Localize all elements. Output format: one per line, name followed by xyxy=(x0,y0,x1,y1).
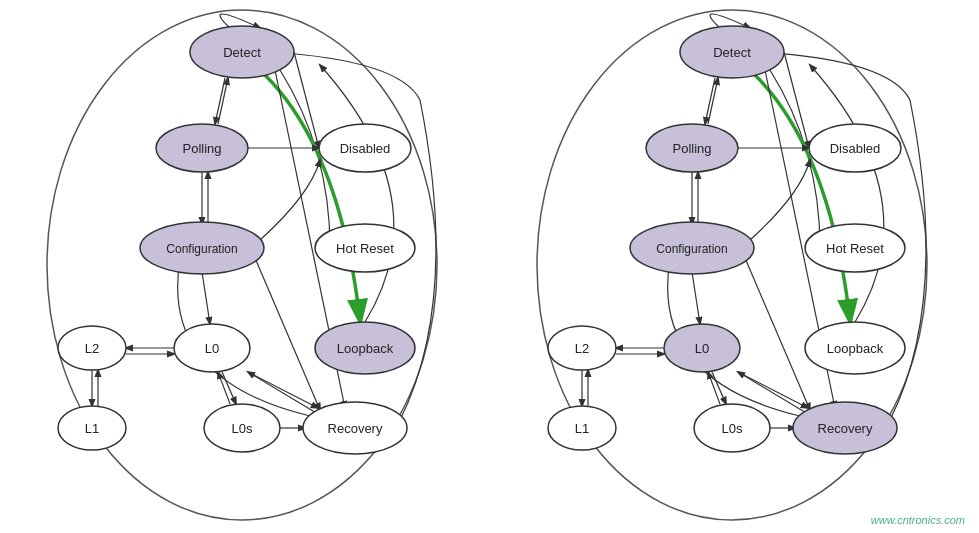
svg-text:Recovery: Recovery xyxy=(328,421,383,436)
svg-text:L2: L2 xyxy=(85,341,99,356)
svg-text:Polling: Polling xyxy=(672,141,711,156)
svg-text:Loopback: Loopback xyxy=(827,341,884,356)
svg-line-46 xyxy=(692,272,700,324)
svg-text:Detect: Detect xyxy=(223,45,261,60)
svg-text:Disabled: Disabled xyxy=(340,141,391,156)
svg-line-57 xyxy=(745,258,810,410)
svg-text:Recovery: Recovery xyxy=(818,421,873,436)
svg-text:Hot Reset: Hot Reset xyxy=(826,241,884,256)
svg-text:Disabled: Disabled xyxy=(830,141,881,156)
svg-line-12 xyxy=(248,372,318,408)
svg-text:Configuration: Configuration xyxy=(656,242,727,256)
svg-text:Polling: Polling xyxy=(182,141,221,156)
svg-text:L0: L0 xyxy=(205,341,219,356)
svg-text:www.cntronics.com: www.cntronics.com xyxy=(871,514,965,526)
svg-text:L1: L1 xyxy=(85,421,99,436)
diagram-container: Detect Polling Configuration Disabled Ho… xyxy=(0,0,979,533)
svg-text:Detect: Detect xyxy=(713,45,751,60)
svg-text:Hot Reset: Hot Reset xyxy=(336,241,394,256)
svg-text:Loopback: Loopback xyxy=(337,341,394,356)
svg-text:L2: L2 xyxy=(575,341,589,356)
svg-text:L0s: L0s xyxy=(722,421,743,436)
svg-line-5 xyxy=(202,272,210,324)
svg-line-16 xyxy=(255,258,320,410)
svg-text:L0: L0 xyxy=(695,341,709,356)
svg-text:Configuration: Configuration xyxy=(166,242,237,256)
svg-text:L0s: L0s xyxy=(232,421,253,436)
svg-line-53 xyxy=(738,372,808,408)
svg-text:L1: L1 xyxy=(575,421,589,436)
